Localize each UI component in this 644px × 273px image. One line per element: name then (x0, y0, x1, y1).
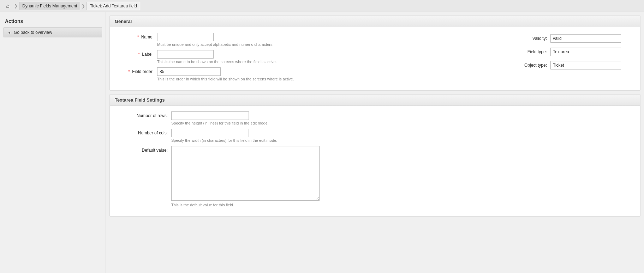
general-section-body: * Name: Must be unique and only accept a… (110, 27, 640, 90)
home-icon[interactable]: ⌂ (3, 1, 13, 11)
general-inner: * Name: Must be unique and only accept a… (115, 33, 635, 85)
field-order-wrapper: This is the order in which this field wi… (157, 67, 515, 81)
rows-wrapper: Specify the height (in lines) for this f… (171, 111, 635, 125)
textarea-settings-body: Number of rows: Specify the height (in l… (110, 106, 640, 216)
go-back-button[interactable]: ◄ Go back to overview (4, 28, 102, 37)
general-section: General * Name: Must be (109, 16, 640, 91)
rows-hint: Specify the height (in lines) for this f… (171, 121, 635, 125)
rows-row: Number of rows: Specify the height (in l… (115, 111, 635, 125)
field-order-hint: This is the order in which this field wi… (157, 77, 515, 81)
textarea-settings-section: Textarea Field Settings Number of rows: … (109, 94, 640, 217)
field-order-label: * Field order: (115, 67, 157, 74)
validity-input[interactable] (550, 34, 621, 43)
field-order-input[interactable] (157, 67, 221, 76)
arrow-left-icon: ◄ (7, 31, 11, 35)
name-required: * (137, 35, 139, 40)
cols-input[interactable] (171, 129, 249, 137)
name-field-wrapper: Must be unique and only accept alphabeti… (157, 33, 515, 47)
content-area: General * Name: Must be (106, 12, 644, 273)
field-type-row: Field type: (515, 48, 635, 56)
label-required: * (138, 52, 140, 57)
rows-label: Number of rows: (115, 111, 171, 118)
main-layout: Actions ◄ Go back to overview General * (0, 12, 644, 273)
cols-hint: Specify the width (in characters) for th… (171, 138, 635, 142)
validity-label: Validity: (515, 36, 550, 41)
object-type-label: Object type: (515, 63, 550, 68)
name-input[interactable] (157, 33, 214, 41)
validity-row: Validity: (515, 34, 635, 43)
nav-item-dynamic-fields[interactable]: Dynamic Fields Management (19, 2, 80, 10)
order-required: * (128, 69, 130, 74)
rows-input[interactable] (171, 111, 249, 120)
cols-label: Number of cols: (115, 129, 171, 135)
nav-separator-2: ❯ (82, 4, 85, 8)
label-input[interactable] (157, 50, 214, 59)
nav-separator-1: ❯ (14, 4, 18, 8)
label-label: * Label: (115, 50, 157, 57)
general-right: Validity: Field type: Object type: (515, 33, 635, 85)
name-row: * Name: Must be unique and only accept a… (115, 33, 515, 47)
cols-wrapper: Specify the width (in characters) for th… (171, 129, 635, 142)
object-type-input (550, 61, 621, 69)
textarea-settings-header: Textarea Field Settings (110, 95, 640, 106)
default-value-row: Default value: This is the default value… (115, 146, 635, 207)
default-value-textarea[interactable] (171, 146, 320, 201)
general-left: * Name: Must be unique and only accept a… (115, 33, 515, 85)
label-field-wrapper: This is the name to be shown on the scre… (157, 50, 515, 64)
field-order-row: * Field order: This is the order in whic… (115, 67, 515, 81)
sidebar: Actions ◄ Go back to overview (0, 12, 106, 273)
label-row: * Label: This is the name to be shown on… (115, 50, 515, 64)
field-type-input (550, 48, 621, 56)
default-value-wrapper: This is the default value for this field… (171, 146, 635, 207)
cols-row: Number of cols: Specify the width (in ch… (115, 129, 635, 142)
nav-item-add-textarea[interactable]: Ticket: Add Textarea field (87, 2, 140, 10)
general-section-header: General (110, 16, 640, 27)
sidebar-title: Actions (0, 16, 106, 28)
default-value-hint: This is the default value for this field… (171, 203, 635, 207)
name-label: * Name: (115, 33, 157, 40)
top-navigation: ⌂ ❯ Dynamic Fields Management ❯ Ticket: … (0, 0, 644, 12)
default-value-label: Default value: (115, 146, 171, 153)
name-hint: Must be unique and only accept alphabeti… (157, 42, 515, 47)
field-type-label: Field type: (515, 49, 550, 54)
label-hint: This is the name to be shown on the scre… (157, 60, 515, 64)
object-type-row: Object type: (515, 61, 635, 69)
